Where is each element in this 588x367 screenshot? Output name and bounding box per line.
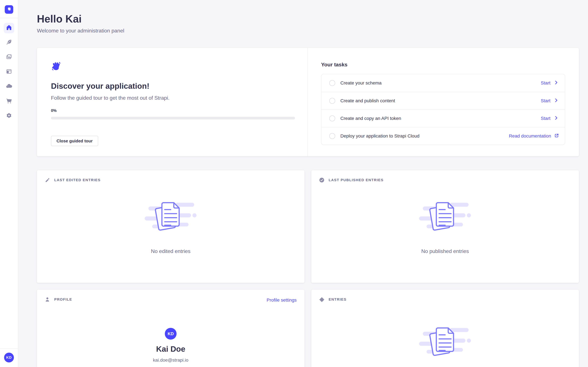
empty-state: No edited entries [37, 183, 304, 254]
task-status-circle-icon [329, 133, 335, 139]
card-header: ENTRIES [311, 290, 579, 302]
sidebar-item-media-library[interactable] [4, 52, 14, 63]
profile-card: PROFILE Profile settings KD Kai Doe kai.… [37, 290, 304, 367]
task-status-circle-icon [329, 116, 335, 121]
task-action-label: Read documentation [509, 133, 551, 139]
task-row-create-schema: Create your schema Start [321, 74, 565, 92]
sidebar-item-settings[interactable] [4, 111, 14, 121]
sidebar-item-marketplace[interactable] [4, 96, 14, 107]
content-type-builder-icon [6, 68, 12, 76]
page-subtitle: Welcome to your administration panel [37, 27, 588, 34]
card-title: LAST EDITED ENTRIES [54, 178, 101, 182]
check-circle-icon [319, 177, 324, 183]
close-guided-tour-button[interactable]: Close guided tour [51, 136, 98, 146]
task-label: Create your schema [340, 80, 381, 86]
sidebar-item-home[interactable] [4, 23, 14, 33]
sidebar-footer: KD [0, 348, 18, 367]
chevron-right-icon [554, 80, 559, 86]
settings-gear-icon [6, 112, 12, 120]
empty-state: No published entries [311, 183, 579, 254]
marketplace-cart-icon [6, 98, 12, 105]
sidebar-item-strapi-cloud[interactable] [4, 82, 14, 92]
strapi-logo[interactable] [5, 5, 13, 14]
task-action-label: Start [541, 80, 550, 86]
pencil-icon [45, 177, 50, 183]
strapi-cloud-icon [6, 83, 12, 91]
progress-percent-label: 0% [51, 108, 295, 113]
task-row-deploy-cloud: Deploy your application to Strapi Cloud … [321, 127, 565, 145]
widgets-row-2: PROFILE Profile settings KD Kai Doe kai.… [37, 290, 579, 367]
waving-hand-icon [51, 67, 61, 73]
card-title: ENTRIES [329, 297, 346, 302]
your-tasks-heading: Your tasks [321, 62, 565, 68]
task-action-label: Start [541, 98, 550, 103]
sidebar-item-content-type-builder[interactable] [4, 67, 14, 77]
profile-name: Kai Doe [156, 344, 185, 354]
card-title: LAST PUBLISHED ENTRIES [329, 178, 383, 182]
last-edited-entries-card: LAST EDITED ENTRIES [37, 170, 304, 283]
chevron-right-icon [554, 98, 559, 104]
tasks-list: Create your schema Start Create and publ… [321, 74, 565, 145]
profile-body: KD Kai Doe kai.doe@strapi.io [37, 302, 304, 367]
read-documentation-link[interactable]: Read documentation [509, 133, 559, 139]
task-label: Create and publish content [340, 98, 395, 103]
card-header: LAST PUBLISHED ENTRIES [311, 170, 579, 183]
empty-documents-illustration [143, 198, 199, 236]
empty-state-caption: No edited entries [151, 248, 190, 254]
chevron-right-icon [554, 115, 559, 122]
task-status-circle-icon [329, 98, 335, 104]
guided-tour-progressbar [51, 117, 295, 119]
task-start-link[interactable]: Start [541, 98, 559, 104]
home-icon [6, 24, 12, 32]
puzzle-piece-icon [319, 297, 324, 302]
empty-documents-illustration [417, 198, 473, 236]
profile-email: kai.doe@strapi.io [153, 357, 189, 363]
entries-card: ENTRIES [311, 290, 579, 367]
media-library-icon [6, 53, 12, 61]
page-header: Hello Kai Welcome to your administration… [18, 0, 588, 34]
page-title: Hello Kai [37, 13, 588, 25]
empty-state: No published entries [311, 302, 579, 367]
widgets-row-1: LAST EDITED ENTRIES [37, 170, 579, 283]
task-row-api-token: Create and copy an API token Start [321, 109, 565, 127]
your-tasks-pane: Your tasks Create your schema Start [308, 48, 579, 156]
external-link-icon [554, 133, 559, 139]
sidebar-footer-divider [0, 348, 18, 349]
sidebar-nav-items [4, 23, 14, 121]
empty-documents-illustration [417, 323, 473, 362]
guided-tour-pane: Discover your application! Follow the gu… [37, 48, 308, 156]
card-title: PROFILE [54, 297, 72, 302]
task-label: Create and copy an API token [340, 116, 401, 121]
last-published-entries-card: LAST PUBLISHED ENTRIES [311, 170, 579, 283]
sidebar-divider [0, 18, 18, 18]
card-header: PROFILE [37, 290, 304, 302]
guided-tour-subtitle: Follow the guided tour to get the most o… [51, 94, 295, 101]
profile-settings-link[interactable]: Profile settings [267, 298, 297, 303]
main-navigation-sidebar: KD [0, 0, 18, 367]
person-icon [45, 297, 50, 302]
task-start-link[interactable]: Start [541, 80, 559, 86]
task-row-publish-content: Create and publish content Start [321, 92, 565, 109]
user-avatar[interactable]: KD [4, 353, 14, 362]
task-label: Deploy your application to Strapi Cloud [340, 133, 419, 139]
guided-tour-card: Discover your application! Follow the gu… [37, 48, 579, 156]
profile-avatar: KD [165, 328, 177, 340]
sidebar-item-content-manager[interactable] [4, 38, 14, 48]
main-content: Hello Kai Welcome to your administration… [18, 0, 588, 367]
empty-state-caption: No published entries [421, 248, 469, 254]
task-action-label: Start [541, 116, 550, 121]
strapi-admin-homepage: KD Hello Kai Welcome to your administrat… [0, 0, 588, 367]
card-header: LAST EDITED ENTRIES [37, 170, 304, 183]
task-status-circle-icon [329, 80, 335, 86]
strapi-logo-icon [5, 5, 13, 15]
task-start-link[interactable]: Start [541, 115, 559, 122]
content-manager-feather-icon [6, 39, 12, 47]
guided-tour-title: Discover your application! [51, 81, 295, 91]
